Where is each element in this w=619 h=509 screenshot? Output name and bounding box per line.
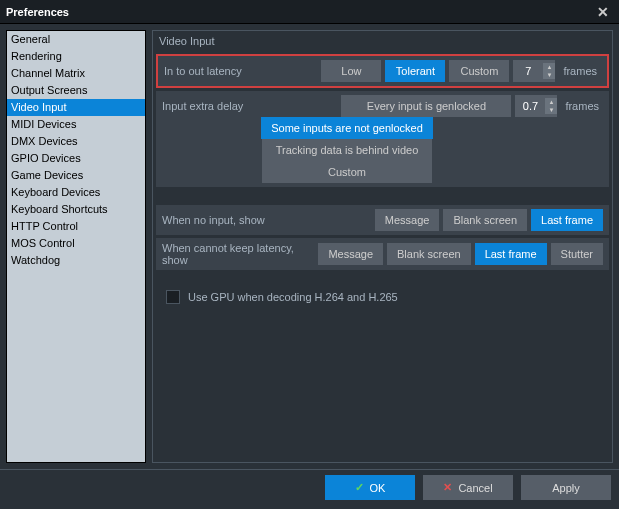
ok-button[interactable]: ✓ OK: [325, 475, 415, 500]
apply-button[interactable]: Apply: [521, 475, 611, 500]
extra-delay-options: Some inputs are not genlocked Tracking d…: [156, 117, 609, 187]
window-title: Preferences: [6, 6, 593, 18]
cancel-label: Cancel: [458, 482, 492, 494]
sidebar-item-midi-devices[interactable]: MIDI Devices: [7, 116, 145, 133]
no-input-label: When no input, show: [162, 214, 371, 226]
cannot-keep-row: When cannot keep latency, show Message B…: [156, 238, 609, 270]
latency-tolerant-button[interactable]: Tolerant: [385, 60, 445, 82]
extra-delay-tracking-button[interactable]: Tracking data is behind video: [262, 139, 432, 161]
latency-spinner[interactable]: ▲▼: [543, 63, 555, 79]
check-icon: ✓: [355, 481, 364, 494]
sidebar-item-game-devices[interactable]: Game Devices: [7, 167, 145, 184]
sidebar-item-watchdog[interactable]: Watchdog: [7, 252, 145, 269]
ok-label: OK: [370, 482, 386, 494]
extra-delay-genlocked-button[interactable]: Every input is genlocked: [341, 95, 511, 117]
no-input-message-button[interactable]: Message: [375, 209, 440, 231]
sidebar-item-general[interactable]: General: [7, 31, 145, 48]
extra-delay-unit: frames: [561, 100, 603, 112]
extra-delay-value-stepper[interactable]: ▲▼: [515, 95, 557, 117]
sidebar-item-video-input[interactable]: Video Input: [7, 99, 145, 116]
latency-unit: frames: [559, 65, 601, 77]
extra-delay-row: Input extra delay Every input is genlock…: [156, 91, 609, 117]
sidebar: GeneralRenderingChannel MatrixOutput Scr…: [6, 30, 146, 463]
no-input-row: When no input, show Message Blank screen…: [156, 205, 609, 235]
cannot-keep-message-button[interactable]: Message: [318, 243, 383, 265]
sidebar-item-mos-control[interactable]: MOS Control: [7, 235, 145, 252]
cannot-keep-stutter-button[interactable]: Stutter: [551, 243, 603, 265]
no-input-blank-button[interactable]: Blank screen: [443, 209, 527, 231]
apply-label: Apply: [552, 482, 580, 494]
latency-value-stepper[interactable]: ▲▼: [513, 60, 555, 82]
cancel-button[interactable]: ✕ Cancel: [423, 475, 513, 500]
cannot-keep-lastframe-button[interactable]: Last frame: [475, 243, 547, 265]
latency-low-button[interactable]: Low: [321, 60, 381, 82]
gpu-row: Use GPU when decoding H.264 and H.265: [156, 282, 609, 312]
cannot-keep-blank-button[interactable]: Blank screen: [387, 243, 471, 265]
sidebar-item-dmx-devices[interactable]: DMX Devices: [7, 133, 145, 150]
content-body: In to out latency Low Tolerant Custom ▲▼…: [153, 51, 612, 462]
latency-value-input[interactable]: [513, 60, 543, 82]
titlebar: Preferences ✕: [0, 0, 619, 24]
latency-custom-button[interactable]: Custom: [449, 60, 509, 82]
no-input-lastframe-button[interactable]: Last frame: [531, 209, 603, 231]
extra-delay-value-input[interactable]: [515, 95, 545, 117]
extra-delay-spinner[interactable]: ▲▼: [545, 98, 557, 114]
gpu-checkbox[interactable]: [166, 290, 180, 304]
gpu-label: Use GPU when decoding H.264 and H.265: [188, 291, 398, 303]
latency-label: In to out latency: [164, 65, 317, 77]
panel-title: Video Input: [153, 31, 612, 51]
main-area: GeneralRenderingChannel MatrixOutput Scr…: [0, 24, 619, 469]
sidebar-item-rendering[interactable]: Rendering: [7, 48, 145, 65]
close-icon[interactable]: ✕: [593, 4, 613, 20]
extra-delay-notgenlocked-button[interactable]: Some inputs are not genlocked: [261, 117, 433, 139]
dialog-footer: ✓ OK ✕ Cancel Apply: [0, 469, 619, 505]
sidebar-item-gpio-devices[interactable]: GPIO Devices: [7, 150, 145, 167]
sidebar-item-http-control[interactable]: HTTP Control: [7, 218, 145, 235]
latency-row: In to out latency Low Tolerant Custom ▲▼…: [156, 54, 609, 88]
extra-delay-label: Input extra delay: [162, 100, 337, 112]
x-icon: ✕: [443, 481, 452, 494]
sidebar-item-keyboard-devices[interactable]: Keyboard Devices: [7, 184, 145, 201]
cannot-keep-label: When cannot keep latency, show: [162, 242, 314, 266]
sidebar-item-keyboard-shortcuts[interactable]: Keyboard Shortcuts: [7, 201, 145, 218]
sidebar-item-output-screens[interactable]: Output Screens: [7, 82, 145, 99]
extra-delay-custom-button[interactable]: Custom: [262, 161, 432, 183]
content-panel: Video Input In to out latency Low Tolera…: [152, 30, 613, 463]
sidebar-item-channel-matrix[interactable]: Channel Matrix: [7, 65, 145, 82]
